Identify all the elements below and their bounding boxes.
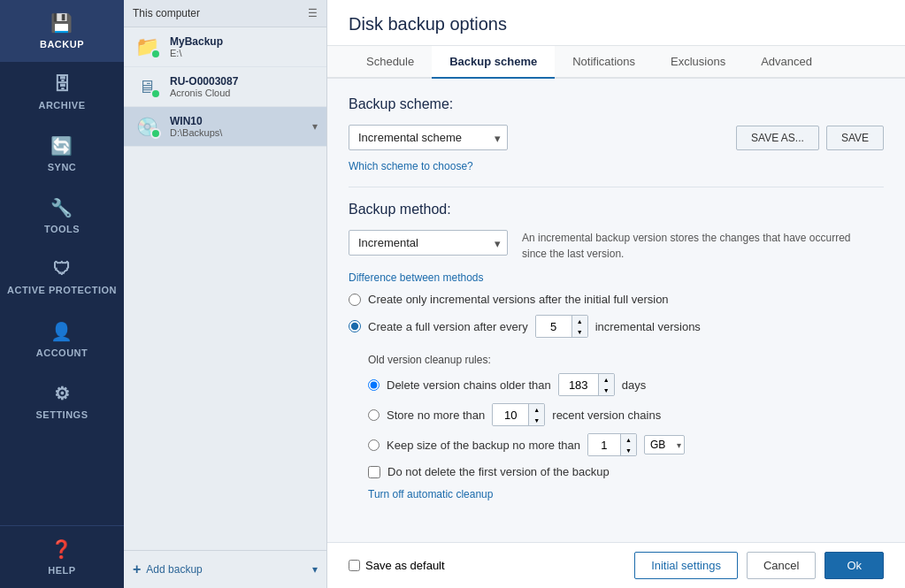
mybackup-info: MyBackup E:\ (170, 35, 318, 58)
ru-info: RU-O0003087 Acronis Cloud (170, 75, 318, 98)
turn-off-cleanup-link[interactable]: Turn off automatic cleanup (368, 488, 493, 500)
bottom-bar-right: Initial settings Cancel Ok (634, 552, 884, 579)
full-after-input[interactable]: 5 (536, 316, 571, 337)
tab-backup-scheme[interactable]: Backup scheme (432, 46, 555, 79)
initial-settings-button[interactable]: Initial settings (634, 552, 738, 579)
sidebar-item-tools[interactable]: 🔧 TOOLS (0, 185, 124, 247)
keep-size-unit-wrapper: MB GB TB (644, 435, 685, 454)
backup-scheme-title: Backup scheme: (349, 96, 884, 112)
ok-button[interactable]: Ok (824, 552, 884, 579)
source-header: This computer ☰ (124, 0, 326, 27)
scheme-select-wrapper: Incremental scheme Full scheme Different… (349, 125, 508, 150)
save-as-button[interactable]: SAVE AS... (736, 126, 819, 150)
save-default-checkbox[interactable] (349, 560, 360, 571)
shield-icon: 🛡 (53, 259, 72, 279)
source-header-label: This computer (133, 7, 200, 19)
save-button[interactable]: SAVE (826, 126, 884, 150)
cleanup-delete-older-radio[interactable] (368, 379, 380, 391)
full-after-spin-btns: ▲ ▼ (571, 316, 587, 337)
sidebar-item-account[interactable]: 👤 ACCOUNT (0, 309, 124, 370)
keep-size-unit-select[interactable]: MB GB TB (644, 435, 685, 454)
cleanup-delete-older-label: Delete version chains older than (387, 378, 551, 392)
delete-older-spin-down[interactable]: ▼ (598, 385, 614, 395)
radio-full-after: Create a full version after every 5 ▲ ▼ … (349, 315, 884, 338)
add-backup-dropdown-icon[interactable]: ▾ (312, 563, 318, 576)
add-backup-footer[interactable]: + Add backup ▾ (124, 550, 326, 588)
cancel-button[interactable]: Cancel (747, 552, 816, 579)
ru-sub: Acronis Cloud (170, 88, 318, 98)
mybackup-name: MyBackup (170, 35, 318, 48)
store-no-more-spin-down[interactable]: ▼ (528, 415, 544, 425)
sidebar-item-settings[interactable]: ⚙ SETTINGS (0, 370, 124, 432)
method-select[interactable]: Full Incremental Differential (349, 230, 508, 256)
save-default-label: Save as default (365, 559, 445, 572)
radio-group: Create only incremental versions after t… (349, 284, 884, 347)
scheme-save-buttons: SAVE AS... SAVE (736, 126, 884, 150)
settings-icon: ⚙ (54, 383, 71, 404)
delete-older-input[interactable] (559, 374, 598, 395)
sidebar-item-sync[interactable]: 🔄 SYNC (0, 123, 124, 185)
cleanup-options: Delete version chains older than ▲ ▼ day… (349, 373, 884, 456)
cleanup-keep-size-radio[interactable] (368, 439, 380, 451)
win10-name: WIN10 (170, 115, 303, 127)
tools-icon: 🔧 (50, 197, 73, 218)
ru-icon-container: 🖥 (133, 74, 161, 99)
page-title: Disk backup options (349, 14, 884, 34)
sidebar-item-active-protection[interactable]: 🛡 ACTIVE PROTECTION (0, 247, 124, 309)
source-item-mybackup[interactable]: 📁 MyBackup E:\ (124, 27, 326, 67)
which-scheme-link[interactable]: Which scheme to choose? (349, 160, 473, 172)
add-icon: + (133, 561, 141, 577)
tab-schedule[interactable]: Schedule (349, 46, 432, 79)
no-delete-first-checkbox[interactable] (368, 466, 380, 478)
status-badge-win10 (150, 128, 161, 139)
backup-icon: 💾 (50, 12, 73, 34)
scheme-select[interactable]: Incremental scheme Full scheme Different… (349, 125, 508, 150)
ru-name: RU-O0003087 (170, 75, 318, 88)
method-row: Full Incremental Differential An increme… (349, 230, 884, 262)
store-no-more-spin-up[interactable]: ▲ (528, 404, 544, 415)
status-badge-mybackup (150, 49, 161, 59)
sidebar-item-help[interactable]: ❓ HELP (0, 525, 124, 588)
store-no-more-input[interactable] (493, 404, 528, 425)
page-header: Disk backup options (327, 0, 905, 46)
difference-link[interactable]: Difference between methods (349, 271, 484, 284)
store-no-more-spinbox: ▲ ▼ (492, 403, 545, 426)
radio-incremental-only-input[interactable] (349, 294, 361, 306)
cleanup-keep-size: Keep size of the backup no more than ▲ ▼… (368, 433, 884, 456)
sidebar-item-backup[interactable]: 💾 BACKUP (0, 0, 124, 62)
source-item-win10[interactable]: 💿 WIN10 D:\Backups\ ▾ (124, 107, 326, 147)
method-description: An incremental backup version stores the… (522, 230, 876, 262)
win10-expand-icon[interactable]: ▾ (312, 120, 318, 133)
full-after-spin-down[interactable]: ▼ (571, 326, 587, 337)
add-backup-label: Add backup (146, 563, 202, 576)
status-badge-ru (150, 88, 161, 99)
mybackup-sub: E:\ (170, 48, 318, 58)
cleanup-store-no-more-radio[interactable] (368, 409, 380, 421)
radio-full-after-label: Create a full version after every (368, 320, 528, 333)
source-header-menu-icon[interactable]: ☰ (308, 7, 318, 19)
account-icon: 👤 (50, 321, 73, 342)
keep-size-spin-up[interactable]: ▲ (620, 434, 636, 445)
full-after-spin-up[interactable]: ▲ (571, 316, 587, 326)
cleanup-title: Old version cleanup rules: (368, 354, 884, 366)
tab-notifications[interactable]: Notifications (555, 46, 653, 79)
keep-size-spinbox: ▲ ▼ (587, 433, 637, 456)
radio-full-after-input[interactable] (349, 320, 361, 332)
backup-method-section: Backup method: Full Incremental Differen… (349, 202, 884, 500)
cleanup-keep-size-label: Keep size of the backup no more than (387, 439, 580, 452)
tab-exclusions[interactable]: Exclusions (653, 46, 743, 79)
mybackup-icon-container: 📁 (133, 34, 161, 59)
win10-sub: D:\Backups\ (170, 127, 303, 138)
cleanup-store-no-more: Store no more than ▲ ▼ recent version ch… (368, 403, 884, 426)
tab-advanced[interactable]: Advanced (743, 46, 830, 79)
backup-scheme-section: Backup scheme: Incremental scheme Full s… (349, 96, 884, 172)
keep-size-input[interactable] (588, 434, 620, 455)
help-icon: ❓ (50, 538, 73, 560)
keep-size-spin-down[interactable]: ▼ (620, 445, 636, 455)
delete-older-spin-up[interactable]: ▲ (598, 374, 614, 385)
cleanup-store-no-more-label: Store no more than (387, 409, 485, 422)
delete-older-suffix: days (622, 378, 646, 392)
sidebar-item-archive[interactable]: 🗄 ARCHIVE (0, 62, 124, 123)
radio-incremental-only: Create only incremental versions after t… (349, 293, 884, 306)
source-item-ru[interactable]: 🖥 RU-O0003087 Acronis Cloud (124, 67, 326, 107)
